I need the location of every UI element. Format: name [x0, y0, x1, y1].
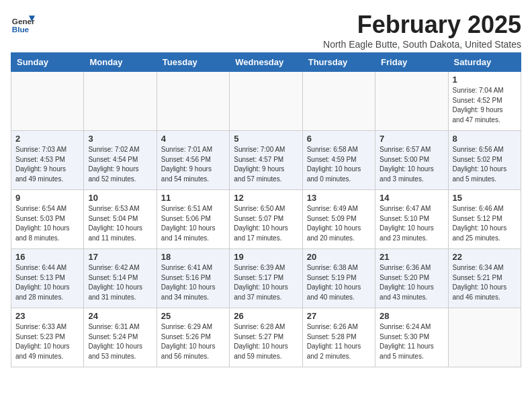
day-number: 24 [88, 311, 152, 321]
table-row: 26Sunrise: 6:28 AM Sunset: 5:27 PM Dayli… [230, 308, 302, 367]
header-tuesday: Tuesday [157, 53, 229, 72]
day-number: 21 [380, 252, 443, 262]
table-row: 25Sunrise: 6:29 AM Sunset: 5:26 PM Dayli… [157, 308, 229, 367]
day-number: 13 [307, 193, 371, 203]
day-number: 22 [453, 252, 517, 262]
day-number: 1 [453, 75, 517, 85]
day-info: Sunrise: 6:38 AM Sunset: 5:19 PM Dayligh… [307, 263, 371, 302]
day-number: 7 [380, 134, 443, 144]
table-row: 13Sunrise: 6:49 AM Sunset: 5:09 PM Dayli… [302, 190, 375, 249]
day-number: 8 [453, 134, 517, 144]
table-row: 7Sunrise: 6:57 AM Sunset: 5:00 PM Daylig… [375, 131, 448, 190]
day-info: Sunrise: 6:42 AM Sunset: 5:14 PM Dayligh… [88, 263, 152, 302]
table-row: 22Sunrise: 6:34 AM Sunset: 5:21 PM Dayli… [448, 249, 521, 308]
day-number: 3 [88, 134, 152, 144]
day-number: 19 [234, 252, 298, 262]
table-row: 9Sunrise: 6:54 AM Sunset: 5:03 PM Daylig… [11, 190, 84, 249]
table-row: 1Sunrise: 7:04 AM Sunset: 4:52 PM Daylig… [448, 72, 521, 131]
table-row: 11Sunrise: 6:51 AM Sunset: 5:06 PM Dayli… [157, 190, 229, 249]
table-row: 15Sunrise: 6:46 AM Sunset: 5:12 PM Dayli… [448, 190, 521, 249]
day-number: 18 [161, 252, 225, 262]
day-info: Sunrise: 6:33 AM Sunset: 5:23 PM Dayligh… [15, 322, 79, 361]
month-title: February 2025 [323, 11, 521, 39]
day-number: 23 [15, 311, 79, 321]
day-info: Sunrise: 6:46 AM Sunset: 5:12 PM Dayligh… [453, 204, 517, 243]
day-number: 9 [15, 193, 79, 203]
day-number: 28 [380, 311, 443, 321]
day-info: Sunrise: 7:03 AM Sunset: 4:53 PM Dayligh… [15, 145, 79, 184]
day-number: 2 [15, 134, 79, 144]
header-wednesday: Wednesday [230, 53, 302, 72]
day-info: Sunrise: 6:51 AM Sunset: 5:06 PM Dayligh… [161, 204, 225, 243]
table-row: 4Sunrise: 7:01 AM Sunset: 4:56 PM Daylig… [157, 131, 229, 190]
table-row [84, 72, 157, 131]
day-info: Sunrise: 6:56 AM Sunset: 5:02 PM Dayligh… [453, 145, 517, 184]
day-number: 15 [453, 193, 517, 203]
table-row: 21Sunrise: 6:36 AM Sunset: 5:20 PM Dayli… [375, 249, 448, 308]
day-number: 14 [380, 193, 443, 203]
svg-text:Blue: Blue [12, 25, 30, 34]
table-row: 23Sunrise: 6:33 AM Sunset: 5:23 PM Dayli… [11, 308, 84, 367]
day-info: Sunrise: 6:26 AM Sunset: 5:28 PM Dayligh… [307, 322, 371, 361]
table-row: 19Sunrise: 6:39 AM Sunset: 5:17 PM Dayli… [230, 249, 302, 308]
day-number: 11 [161, 193, 225, 203]
calendar-header-row: Sunday Monday Tuesday Wednesday Thursday… [11, 53, 521, 72]
header-thursday: Thursday [302, 53, 375, 72]
table-row: 14Sunrise: 6:47 AM Sunset: 5:10 PM Dayli… [375, 190, 448, 249]
day-number: 26 [234, 311, 298, 321]
calendar-table: Sunday Monday Tuesday Wednesday Thursday… [11, 52, 521, 367]
day-info: Sunrise: 6:50 AM Sunset: 5:07 PM Dayligh… [234, 204, 298, 243]
table-row: 20Sunrise: 6:38 AM Sunset: 5:19 PM Dayli… [302, 249, 375, 308]
day-info: Sunrise: 6:57 AM Sunset: 5:00 PM Dayligh… [380, 145, 443, 184]
day-info: Sunrise: 7:04 AM Sunset: 4:52 PM Dayligh… [453, 86, 517, 125]
calendar-week-row: 9Sunrise: 6:54 AM Sunset: 5:03 PM Daylig… [11, 190, 521, 249]
day-info: Sunrise: 6:39 AM Sunset: 5:17 PM Dayligh… [234, 263, 298, 302]
header-sunday: Sunday [11, 53, 84, 72]
table-row: 17Sunrise: 6:42 AM Sunset: 5:14 PM Dayli… [84, 249, 157, 308]
calendar-week-row: 16Sunrise: 6:44 AM Sunset: 5:13 PM Dayli… [11, 249, 521, 308]
day-info: Sunrise: 6:41 AM Sunset: 5:16 PM Dayligh… [161, 263, 225, 302]
header-saturday: Saturday [448, 53, 521, 72]
day-number: 27 [307, 311, 371, 321]
logo: General Blue [11, 11, 38, 35]
day-info: Sunrise: 6:47 AM Sunset: 5:10 PM Dayligh… [380, 204, 443, 243]
day-info: Sunrise: 6:24 AM Sunset: 5:30 PM Dayligh… [380, 322, 443, 361]
table-row: 24Sunrise: 6:31 AM Sunset: 5:24 PM Dayli… [84, 308, 157, 367]
day-number: 6 [307, 134, 371, 144]
day-info: Sunrise: 7:02 AM Sunset: 4:54 PM Dayligh… [88, 145, 152, 184]
day-number: 5 [234, 134, 298, 144]
table-row: 8Sunrise: 6:56 AM Sunset: 5:02 PM Daylig… [448, 131, 521, 190]
table-row: 28Sunrise: 6:24 AM Sunset: 5:30 PM Dayli… [375, 308, 448, 367]
calendar-week-row: 2Sunrise: 7:03 AM Sunset: 4:53 PM Daylig… [11, 131, 521, 190]
table-row: 27Sunrise: 6:26 AM Sunset: 5:28 PM Dayli… [302, 308, 375, 367]
day-info: Sunrise: 7:00 AM Sunset: 4:57 PM Dayligh… [234, 145, 298, 184]
table-row [302, 72, 375, 131]
day-info: Sunrise: 7:01 AM Sunset: 4:56 PM Dayligh… [161, 145, 225, 184]
day-number: 25 [161, 311, 225, 321]
day-info: Sunrise: 6:28 AM Sunset: 5:27 PM Dayligh… [234, 322, 298, 361]
table-row [11, 72, 84, 131]
calendar-week-row: 1Sunrise: 7:04 AM Sunset: 4:52 PM Daylig… [11, 72, 521, 131]
day-number: 4 [161, 134, 225, 144]
day-info: Sunrise: 6:49 AM Sunset: 5:09 PM Dayligh… [307, 204, 371, 243]
table-row: 12Sunrise: 6:50 AM Sunset: 5:07 PM Dayli… [230, 190, 302, 249]
table-row [375, 72, 448, 131]
day-info: Sunrise: 6:31 AM Sunset: 5:24 PM Dayligh… [88, 322, 152, 361]
day-number: 16 [15, 252, 79, 262]
logo-icon: General Blue [11, 11, 35, 35]
day-info: Sunrise: 6:44 AM Sunset: 5:13 PM Dayligh… [15, 263, 79, 302]
calendar-week-row: 23Sunrise: 6:33 AM Sunset: 5:23 PM Dayli… [11, 308, 521, 367]
day-info: Sunrise: 6:54 AM Sunset: 5:03 PM Dayligh… [15, 204, 79, 243]
table-row: 5Sunrise: 7:00 AM Sunset: 4:57 PM Daylig… [230, 131, 302, 190]
location-title: North Eagle Butte, South Dakota, United … [323, 39, 521, 50]
day-info: Sunrise: 6:36 AM Sunset: 5:20 PM Dayligh… [380, 263, 443, 302]
day-info: Sunrise: 6:58 AM Sunset: 4:59 PM Dayligh… [307, 145, 371, 184]
table-row [230, 72, 302, 131]
table-row: 10Sunrise: 6:53 AM Sunset: 5:04 PM Dayli… [84, 190, 157, 249]
day-info: Sunrise: 6:34 AM Sunset: 5:21 PM Dayligh… [453, 263, 517, 302]
table-row [157, 72, 229, 131]
table-row: 18Sunrise: 6:41 AM Sunset: 5:16 PM Dayli… [157, 249, 229, 308]
day-number: 12 [234, 193, 298, 203]
header-monday: Monday [84, 53, 157, 72]
day-number: 10 [88, 193, 152, 203]
